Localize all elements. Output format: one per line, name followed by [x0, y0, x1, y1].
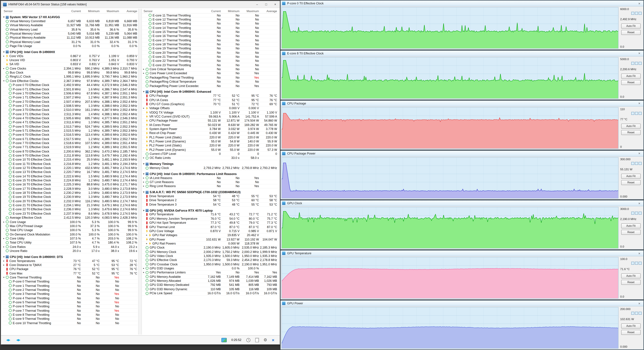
sensor-row[interactable]: ▸Core Clocks2,394.1 MHz590.2 MHz4,389.3 …: [2, 67, 138, 71]
sensor-row[interactable]: Current cTDP Level0000: [142, 152, 278, 156]
graph-mini-buttons[interactable]: [620, 62, 642, 65]
sensor-row[interactable]: IA Cores Power50.023 W8.630 W169.282 W49…: [142, 123, 278, 127]
graph-close-icon[interactable]: ×: [636, 151, 642, 155]
sensor-row[interactable]: Drive Temperature 354 °C48 °C55 °C53 °C: [142, 203, 278, 207]
sensor-row[interactable]: GPU Memory Clock2,000.2 MHz1,750.2 MHz2,…: [142, 250, 278, 254]
sensor-row[interactable]: GPU Effective Clock2,170.3 MHz59.3 MHz2,…: [142, 258, 278, 262]
reset-button[interactable]: Reset: [621, 130, 641, 135]
sensor-row[interactable]: P-core 5 T1 Effective Clock2,515.5 MHz1.…: [2, 129, 138, 133]
sensor-row[interactable]: E-core 14 T0 Effective Clock2,222.6 MHz1…: [2, 174, 138, 179]
sensor-row[interactable]: GPU Core Voltage0.870 V0.715 V0.985 V0.8…: [142, 229, 278, 233]
sensor-row[interactable]: E-core 15 T0 Effective Clock2,224.8 MHz1…: [2, 179, 138, 183]
sensor-row[interactable]: E-core 12 Thermal ThrottlingNoNoNo: [142, 18, 278, 22]
sensor-row[interactable]: E-core 8 Thermal ThrottlingNoNoNo: [2, 313, 138, 317]
expand-icon[interactable]: ▸: [142, 157, 145, 159]
sensors-icon[interactable]: [221, 338, 226, 342]
expand-icon[interactable]: ▸: [2, 237, 5, 240]
sensor-section-header[interactable]: ▾CPU [#0]: Intel Core i9-14900HX: DTS: [2, 255, 138, 259]
auto-fit-button[interactable]: Auto Fit: [621, 74, 641, 79]
sensor-row[interactable]: P-core 1 Thermal ThrottlingNoNoNo: [2, 284, 138, 288]
clock-icon[interactable]: [246, 338, 250, 342]
graph-mini-buttons[interactable]: [620, 162, 642, 165]
sensor-row[interactable]: CPU IA Cores77 °C52 °C95 °C76 °C: [142, 98, 278, 102]
sensor-row[interactable]: ▸Voltage Offsets0.000 V0.000 V: [142, 106, 278, 110]
sensor-row[interactable]: P-core 2 T0 Effective Clock2,507.4 MHz20…: [2, 100, 138, 104]
expand-icon[interactable]: ▸: [142, 177, 145, 179]
auto-fit-button[interactable]: Auto Fit: [621, 323, 641, 328]
sensor-row[interactable]: E-core 20 T0 Effective Clock2,232.0 MHz1…: [2, 199, 138, 203]
sensor-row[interactable]: P-core 3 T1 Effective Clock2,511.3 MHz1.…: [2, 112, 138, 116]
sensor-row[interactable]: GPU Temperature71.6 °C43.2 °C72.7 °C71.2…: [142, 213, 278, 217]
sensor-row[interactable]: E-core 16 T0 Effective Clock2,225.3 MHz8…: [2, 183, 138, 187]
sensor-row[interactable]: E-core 20 Thermal ThrottlingNoNoNo: [142, 51, 278, 55]
sensor-row[interactable]: Virtual Memory Committed6,657 MB6,633 MB…: [2, 19, 138, 24]
sensor-row[interactable]: E-core 18 Thermal ThrottlingNoNoNo: [142, 43, 278, 47]
sensor-row[interactable]: P-core 2 T1 Effective Clock2,508.5 MHz1.…: [2, 104, 138, 108]
sensor-row[interactable]: E-core 17 T0 Effective Clock2,228.9 MHz3…: [2, 187, 138, 191]
sensor-section-header[interactable]: ▾S.M.A.R.T.: WD PC SN560 SDDPNQE-1T00-10…: [142, 190, 278, 194]
sensor-row[interactable]: E-core 8 T0 Effective Clock2,200.6 MHz36…: [2, 149, 138, 154]
sensor-row[interactable]: P-core 4 T0 Effective Clock2,505.6 MHz69…: [2, 116, 138, 121]
expand-icon[interactable]: ▸: [142, 68, 145, 71]
graph-close-icon[interactable]: ×: [636, 52, 642, 55]
sensor-row[interactable]: GPU Memory Junction Temperature76.0 °C54…: [142, 217, 278, 221]
sensor-row[interactable]: Ring/LLC Clock1,995.1 MHz1,695.9 MHz3,79…: [2, 75, 138, 79]
expand-icon[interactable]: ▸: [145, 242, 148, 245]
sensor-row[interactable]: GPU Thermal Limit87.0 °C87.0 °C87.0 °C87…: [142, 225, 278, 229]
sensor-row[interactable]: Uncore Ratio20.0 x17.0 x38.0 x19.6 x: [2, 249, 138, 253]
sensor-row[interactable]: PL1 Power Limit (Static)220.0 W220.0 W22…: [142, 135, 278, 139]
expand-icon[interactable]: ▸: [142, 185, 145, 188]
sensor-row[interactable]: ▸Core Temperatures73 °C47 °C95 °C72 °C: [2, 259, 138, 263]
sensor-row[interactable]: P-core 6 Thermal ThrottlingNoNoNo: [2, 304, 138, 309]
sensor-row[interactable]: ▸Core VIDs0.867 V0.757 V1.199 V0.859 V: [2, 54, 138, 58]
sensor-row[interactable]: E-core 13 T0 Effective Clock2,220.7 MHz1…: [2, 170, 138, 174]
scroll-left-icon[interactable]: ◀▶: [4, 337, 12, 342]
collapse-icon[interactable]: ▾: [142, 162, 145, 165]
sensor-row[interactable]: Total CPU Usage100.0 %5.3 %100.0 %99.9 %: [2, 228, 138, 232]
graph-mini-buttons[interactable]: [620, 312, 642, 315]
sensor-row[interactable]: P-core 4 Thermal ThrottlingNoNoNo: [2, 296, 138, 300]
sensor-row[interactable]: Total CPU Utility107.5 %4.7 %180.4 %108.…: [2, 241, 138, 245]
sensor-row[interactable]: P-core 5 Thermal ThrottlingNoNoYes: [2, 300, 138, 305]
sensor-row[interactable]: Uncore VID0.803 V0.763 V1.051 V0.793 V: [2, 58, 138, 63]
sensor-row[interactable]: E-core 12 T0 Effective Clock2,220.1 MHz4…: [2, 166, 138, 170]
sensor-row[interactable]: P-core 7 T0 Effective Clock2,518.6 MHz10…: [2, 141, 138, 145]
expand-icon[interactable]: ▸: [145, 234, 148, 237]
sensor-row[interactable]: ▸OC Ratio Limits33.0 x58.0 x: [142, 156, 278, 160]
sensor-row[interactable]: Core Max77 °C52 °C95 °C76 °C: [2, 271, 138, 276]
sensor-row[interactable]: E-core 23 T0 Effective Clock2,237.9 MHz8…: [2, 212, 138, 216]
sensor-row[interactable]: GPU Memory Available7,162 MB7,149 MB7,41…: [142, 275, 278, 279]
sensor-row[interactable]: Physical Memory Used5,040 MB5,016 MB5,23…: [2, 32, 138, 36]
sensor-row[interactable]: ▸IA Limit ReasonsNoNoYes: [142, 176, 278, 180]
auto-fit-button[interactable]: Auto Fit: [621, 224, 641, 229]
sensor-row[interactable]: ▸Core Power Limit ExceededNoNoYes: [142, 72, 278, 76]
sensor-row[interactable]: ▸GT Limit ReasonsNoNoNo: [142, 180, 278, 185]
sensor-row[interactable]: E-core 11 T0 Effective Clock2,216.8 MHz1…: [2, 162, 138, 166]
maximize-button[interactable]: □: [262, 1, 271, 8]
graph-close-icon[interactable]: ×: [636, 301, 642, 305]
sensor-row[interactable]: VDDQ TX Voltage1.100 V1.100 V1.100 V1.10…: [142, 110, 278, 115]
sensor-row[interactable]: GPU Memory Allocated1,026 MB974 MB1,039 …: [142, 279, 278, 283]
sensor-row[interactable]: Package/Ring Thermal ThrottlingNoNoYes: [142, 76, 278, 80]
collapse-icon[interactable]: ▾: [2, 51, 5, 53]
sensor-row[interactable]: ▸Core Utility107.5 %4.7 %203.0 %108.2 %: [2, 237, 138, 241]
expand-icon[interactable]: ▸: [2, 67, 5, 70]
expand-icon[interactable]: ▸: [2, 259, 5, 262]
sensor-row[interactable]: P-core 7 T1 Effective Clock2,519.9 MHz1.…: [2, 145, 138, 149]
graph-titlebar[interactable]: GPU Temperature×: [281, 251, 643, 256]
sensor-row[interactable]: ▾Core Thermal ThrottlingNoNoYes: [2, 276, 138, 280]
sensor-row[interactable]: ▸GPU Rail Voltages19.835 V20.462 V: [142, 233, 278, 238]
graph-close-icon[interactable]: ×: [636, 101, 642, 105]
sensor-row[interactable]: E-core 17 Thermal ThrottlingNoNoNo: [142, 38, 278, 43]
sensor-row[interactable]: Physical Memory Available11,112 MB10,913…: [2, 36, 138, 40]
sensor-row[interactable]: CPU Package76 °C52 °C95 °C76 °C: [2, 267, 138, 271]
graph-titlebar[interactable]: CPU Package×: [281, 101, 643, 106]
expand-icon[interactable]: ▾: [2, 276, 5, 279]
sensor-row[interactable]: CPU Package77 °C52 °C95 °C76 °C: [142, 94, 278, 98]
graph-mini-buttons[interactable]: [620, 112, 642, 115]
sensor-row[interactable]: ▸Core Distance to TjMAX27 °C5 °C53 °C28 …: [2, 263, 138, 267]
auto-fit-button[interactable]: Auto Fit: [621, 274, 641, 279]
expand-icon[interactable]: ▸: [142, 267, 145, 270]
sensor-row[interactable]: E-core 22 T0 Effective Clock2,236.0 MHz1…: [2, 208, 138, 212]
sensor-row[interactable]: PCIe Link Speed16.0 GT/s16.0 GT/s16.0 GT…: [142, 291, 278, 296]
